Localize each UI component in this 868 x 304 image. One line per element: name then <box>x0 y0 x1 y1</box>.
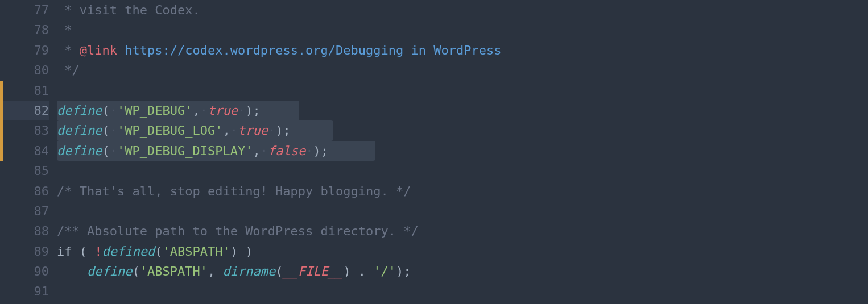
line-number[interactable]: 88 <box>3 221 49 241</box>
line-number[interactable]: 79 <box>3 40 49 60</box>
line-number[interactable]: 80 <box>3 60 49 80</box>
line-number[interactable]: 82 <box>3 101 49 120</box>
code-line[interactable]: define(·'WP_DEBUG_DISPLAY',·false·); <box>57 141 868 161</box>
code-area[interactable]: * visit the Codex. * * @link https://cod… <box>57 0 868 304</box>
code-line[interactable]: * visit the Codex. <box>57 0 868 20</box>
code-text: /** Absolute path to the WordPress direc… <box>57 224 419 238</box>
code-line[interactable]: define(·'WP_DEBUG',·true·); <box>57 101 868 120</box>
code-line[interactable] <box>57 281 868 301</box>
line-number[interactable]: 84 <box>3 141 49 161</box>
line-number[interactable]: 83 <box>3 120 49 140</box>
code-line[interactable]: */ <box>57 60 868 80</box>
code-line[interactable]: /* That's all, stop editing! Happy blogg… <box>57 181 868 201</box>
line-number[interactable]: 89 <box>3 241 49 261</box>
code-line[interactable]: define('ABSPATH', dirname(__FILE__) . '/… <box>57 261 868 281</box>
line-number[interactable]: 78 <box>3 20 49 40</box>
code-text: * visit the Codex. <box>57 3 200 17</box>
code-editor[interactable]: 777879808182838485868788899091 * visit t… <box>0 0 868 304</box>
code-line[interactable]: /** Absolute path to the WordPress direc… <box>57 221 868 241</box>
code-line[interactable] <box>57 201 868 221</box>
line-number[interactable]: 90 <box>3 261 49 281</box>
line-number[interactable]: 86 <box>3 181 49 201</box>
line-number[interactable]: 77 <box>3 0 49 20</box>
code-text: if ( !defined('ABSPATH') ) <box>57 244 253 259</box>
line-number[interactable]: 87 <box>3 201 49 221</box>
code-line[interactable] <box>57 81 868 101</box>
code-text: * <box>57 23 72 37</box>
code-line[interactable]: if ( !defined('ABSPATH') ) <box>57 241 868 261</box>
code-line[interactable]: * @link https://codex.wordpress.org/Debu… <box>57 40 868 60</box>
code-text: define(·'WP_DEBUG',·true·); <box>57 103 261 118</box>
code-line[interactable]: * <box>57 20 868 40</box>
code-line[interactable]: define(·'WP_DEBUG_LOG',·true·); <box>57 120 868 140</box>
line-number-gutter[interactable]: 777879808182838485868788899091 <box>3 0 57 304</box>
code-text: /* That's all, stop editing! Happy blogg… <box>57 184 411 198</box>
code-text: define(·'WP_DEBUG_DISPLAY',·false·); <box>57 144 328 158</box>
code-line[interactable] <box>57 161 868 181</box>
line-number[interactable]: 91 <box>3 281 49 301</box>
line-number[interactable]: 85 <box>3 161 49 181</box>
code-text: * @link https://codex.wordpress.org/Debu… <box>57 43 502 57</box>
code-text: define(·'WP_DEBUG_LOG',·true·); <box>57 123 291 138</box>
code-text: */ <box>57 63 80 77</box>
line-number[interactable]: 81 <box>3 81 49 101</box>
code-text: define('ABSPATH', dirname(__FILE__) . '/… <box>57 264 411 278</box>
